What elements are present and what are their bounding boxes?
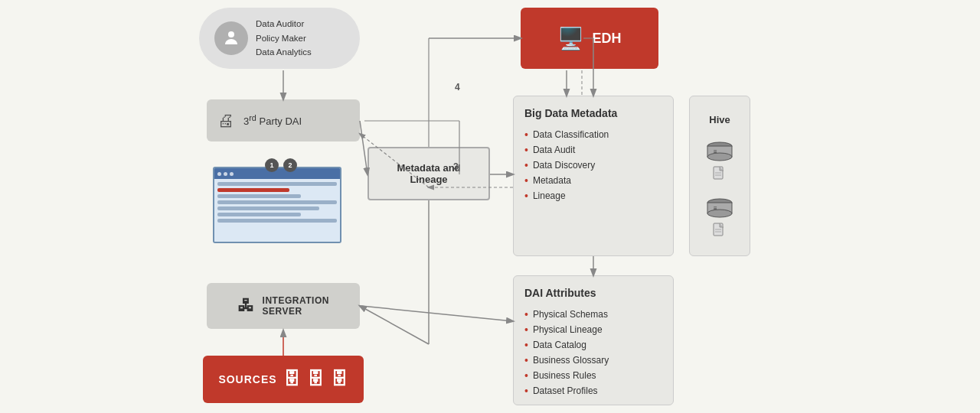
badge-2: 2 xyxy=(283,158,297,172)
integration-label: INTEGRATION SERVER xyxy=(263,295,329,317)
sources-label: SOURCES xyxy=(218,373,276,385)
screen-preview xyxy=(213,167,341,243)
arrow-dai-to-ml xyxy=(360,121,368,174)
hive-doc-icon-1 xyxy=(712,166,727,181)
hive-db-icon-1: ≡ xyxy=(706,141,733,163)
integration-server-box: 🖧 INTEGRATION SERVER xyxy=(207,283,360,329)
bdm-title: Big Data Metadata xyxy=(524,107,662,119)
screen-line-6 xyxy=(217,213,301,216)
screen-body xyxy=(214,179,340,242)
metadata-lineage-text: Metadata and Lineage xyxy=(397,162,460,185)
screen-dot-2 xyxy=(224,172,227,176)
dai-attr-item-4: Business Rules xyxy=(524,368,662,383)
dai-attr-item-2: Data Catalog xyxy=(524,337,662,353)
bdm-item-0: Data Classification xyxy=(524,127,662,142)
edh-icon: 🖥️ xyxy=(557,26,584,51)
label-4: 4 xyxy=(455,82,460,93)
big-data-metadata-box: Big Data Metadata Data Classification Da… xyxy=(513,96,674,256)
user-roles-pill: Data Auditor Policy Maker Data Analytics xyxy=(199,8,360,69)
hive-db-icon-2: ≡ xyxy=(706,198,733,220)
arrows-overlay: 3 4 xyxy=(0,0,980,413)
screen-line-3 xyxy=(217,194,301,198)
screen-line-7 xyxy=(217,219,337,223)
bdm-list: Data Classification Data Audit Data Disc… xyxy=(524,127,662,203)
role-data-analytics: Data Analytics xyxy=(256,45,312,59)
dai-attr-title: DAI Attributes xyxy=(524,287,662,299)
bdm-item-2: Data Discovery xyxy=(524,158,662,173)
badge-2-label: 2 xyxy=(288,161,292,169)
user-icon xyxy=(214,21,248,55)
screen-line-2 xyxy=(217,188,289,192)
dai-attr-item-3: Business Glossary xyxy=(524,353,662,368)
role-data-auditor: Data Auditor xyxy=(256,17,312,31)
dai-label: 3rd Party DAI xyxy=(243,113,302,127)
dai-attr-list: Physical Schemas Physical Lineage Data C… xyxy=(524,307,662,398)
bdm-item-4: Lineage xyxy=(524,188,662,203)
db-icon-1: 🗄 xyxy=(283,369,301,389)
arrow-integration-to-dai-attr xyxy=(361,306,513,321)
hive-label: Hive xyxy=(709,114,730,125)
dai-attributes-box: DAI Attributes Physical Schemas Physical… xyxy=(513,275,674,405)
arrow-to-integration xyxy=(360,306,429,344)
diagram: Data Auditor Policy Maker Data Analytics… xyxy=(0,0,980,413)
dai-attr-item-1: Physical Lineage xyxy=(524,322,662,337)
screen-dot xyxy=(217,172,221,176)
role-policy-maker: Policy Maker xyxy=(256,31,312,45)
integration-line2: SERVER xyxy=(263,306,329,317)
badge-1-label: 1 xyxy=(270,161,273,169)
person-svg xyxy=(222,29,240,47)
integration-line1: INTEGRATION xyxy=(263,295,329,306)
dai-attr-item-5: Dataset Profiles xyxy=(524,383,662,398)
dai-attr-item-0: Physical Schemas xyxy=(524,307,662,322)
metadata-line2: Lineage xyxy=(410,174,447,185)
bdm-item-1: Data Audit xyxy=(524,142,662,158)
sources-box: SOURCES 🗄 🗄 🗄 xyxy=(203,356,364,403)
metadata-line1: Metadata and xyxy=(397,162,460,174)
svg-point-3 xyxy=(707,153,732,161)
svg-point-10 xyxy=(707,210,732,217)
screen-line-4 xyxy=(217,200,337,204)
integration-icon: 🖧 xyxy=(237,296,255,316)
edh-box: 🖥️ EDH xyxy=(521,8,658,69)
server-icon: 🖨 xyxy=(217,111,234,131)
bdm-item-3: Metadata xyxy=(524,173,662,188)
hive-box: Hive ≡ ≡ xyxy=(689,96,750,256)
hive-db-bottom: ≡ xyxy=(706,198,733,238)
screen-dot-3 xyxy=(230,172,234,176)
screen-line-5 xyxy=(217,206,319,210)
hive-db-top: ≡ xyxy=(706,141,733,181)
third-party-dai-box: 🖨 3rd Party DAI xyxy=(207,99,360,141)
edh-label: EDH xyxy=(592,31,621,47)
svg-point-0 xyxy=(228,31,234,37)
metadata-lineage-box: Metadata and Lineage xyxy=(368,147,490,200)
screen-line-1 xyxy=(217,182,337,186)
db-icon-3: 🗄 xyxy=(331,369,348,389)
user-labels: Data Auditor Policy Maker Data Analytics xyxy=(256,17,312,59)
badge-1: 1 xyxy=(265,158,279,172)
svg-text:≡: ≡ xyxy=(714,148,717,155)
screen-header xyxy=(214,168,340,179)
hive-doc-icon-2 xyxy=(712,223,727,238)
db-icon-2: 🗄 xyxy=(307,369,325,389)
svg-text:≡: ≡ xyxy=(714,205,717,212)
